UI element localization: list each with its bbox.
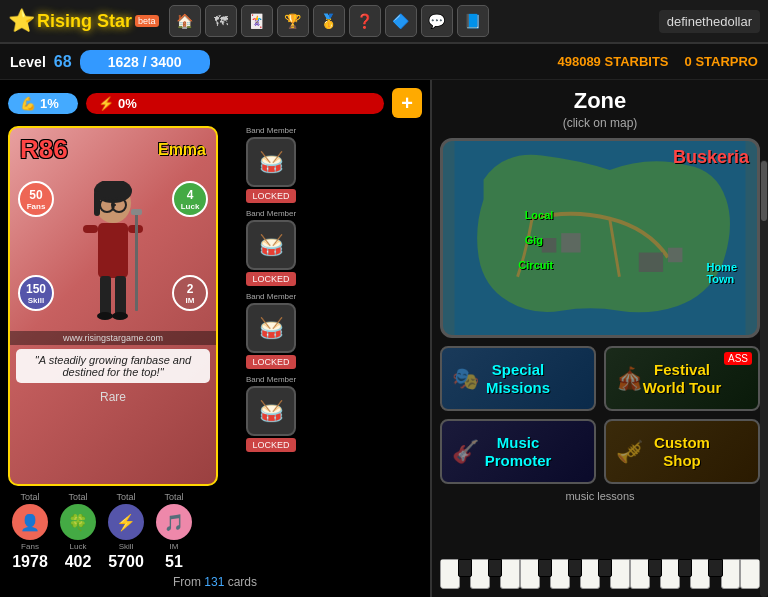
festival-world-tour-button[interactable]: 🎪 FestivalWorld Tour ASS	[604, 346, 760, 411]
starbits-value: 498089 STARBITS	[557, 54, 668, 69]
festival-world-tour-label: FestivalWorld Tour	[643, 361, 722, 397]
luck-sublabel: Luck	[70, 542, 87, 551]
band-slot-label-2: Band Member	[246, 209, 296, 218]
piano-key-black-4[interactable]	[568, 559, 582, 577]
svg-rect-2	[94, 191, 100, 216]
luck-icon: 🍀	[60, 504, 96, 540]
card-name: Emma	[158, 141, 206, 159]
piano-key-white-3[interactable]	[500, 559, 520, 589]
im-stat: 2 IM	[172, 275, 208, 311]
im-icon: 🎵	[156, 504, 192, 540]
piano-key-white-7[interactable]	[610, 559, 630, 589]
piano-key-black-1[interactable]	[458, 559, 472, 577]
plus-button[interactable]: +	[392, 88, 422, 118]
scrollbar-thumb[interactable]	[761, 161, 767, 221]
band-slot-btn-2[interactable]: 🥁	[246, 220, 296, 270]
facebook-icon[interactable]: 📘	[457, 5, 489, 37]
piano-key-white-12[interactable]	[740, 559, 760, 589]
piano-key-white-11[interactable]	[721, 559, 741, 589]
total-im-label: Total	[164, 492, 183, 502]
special-missions-button[interactable]: 🎭 SpecialMissions	[440, 346, 596, 411]
total-skill: Total ⚡ Skill 5700	[108, 492, 144, 571]
band-slot-label-4: Band Member	[246, 375, 296, 384]
map-container[interactable]: Buskeria Local Gig Circuit HomeTown	[440, 138, 760, 338]
svg-rect-3	[98, 223, 128, 278]
xp-display: 1628 / 3400	[108, 54, 182, 70]
total-im-value: 51	[165, 553, 183, 571]
piano-key-black-2[interactable]	[488, 559, 502, 577]
band-slot-locked-3: LOCKED	[246, 355, 295, 369]
special-missions-label: SpecialMissions	[486, 361, 550, 397]
band-slot-btn-4[interactable]: 🥁	[246, 386, 296, 436]
energy-icon: ⚡	[98, 96, 114, 111]
discord-icon[interactable]: 💬	[421, 5, 453, 37]
card-id: R86	[20, 134, 68, 165]
home-icon[interactable]: 🏠	[169, 5, 201, 37]
left-panel: 💪 1% ⚡ 0% + R86 Emma 50 Fans	[0, 80, 430, 597]
right-panel: Zone (click on map) Buskeria Local	[430, 80, 768, 597]
card-header: R86 Emma	[10, 128, 216, 171]
character-svg	[73, 181, 153, 321]
band-slot-btn-1[interactable]: 🥁	[246, 137, 296, 187]
svg-rect-19	[668, 248, 683, 263]
cards-icon[interactable]: 🃏	[241, 5, 273, 37]
band-slots: Band Member 🥁 LOCKED Band Member 🥁 LOCKE…	[226, 126, 316, 486]
music-icon: 🎸	[452, 439, 479, 465]
special-icon: 🎭	[452, 366, 479, 392]
music-promoter-button[interactable]: 🎸 MusicPromoter	[440, 419, 596, 484]
svg-rect-18	[639, 253, 663, 272]
piano-key-black-3[interactable]	[538, 559, 552, 577]
card-area: R86 Emma 50 Fans 4 Luck	[8, 126, 422, 486]
card-quote: "A steadily growing fanbase and destined…	[16, 349, 210, 383]
band-slot-btn-3[interactable]: 🥁	[246, 303, 296, 353]
map-icon[interactable]: 🗺	[205, 5, 237, 37]
total-fans-value: 1978	[12, 553, 48, 571]
energy-value: 0%	[118, 96, 137, 111]
piano-key-white-1[interactable]	[440, 559, 460, 589]
band-slot-label-1: Band Member	[246, 126, 296, 135]
piano-key-black-6[interactable]	[648, 559, 662, 577]
svg-point-7	[112, 312, 128, 320]
map-hometown-label[interactable]: HomeTown	[706, 261, 737, 285]
help-icon[interactable]: ❓	[349, 5, 381, 37]
medal-icon[interactable]: 🥇	[313, 5, 345, 37]
piano-key-white-8[interactable]	[630, 559, 650, 589]
piano-key-black-5[interactable]	[598, 559, 612, 577]
map-svg	[443, 141, 757, 335]
map-circuit-label[interactable]: Circuit	[518, 259, 553, 271]
trophy-icon[interactable]: 🏆	[277, 5, 309, 37]
app-title: Rising Star	[37, 11, 132, 32]
piano-key-white-5[interactable]	[550, 559, 570, 589]
fans-icon: 👤	[12, 504, 48, 540]
map-local-label[interactable]: Local	[525, 209, 554, 221]
username-display: definethedollar	[659, 10, 760, 33]
custom-shop-button[interactable]: 🎺 CustomShop	[604, 419, 760, 484]
svg-rect-4	[100, 276, 111, 316]
total-fans: Total 👤 Fans 1978	[12, 492, 48, 571]
piano-keys[interactable]	[440, 559, 760, 589]
skill-icon: ⚡	[108, 504, 144, 540]
ego-value: 1%	[40, 96, 59, 111]
hive-icon[interactable]: 🔷	[385, 5, 417, 37]
scrollbar[interactable]	[760, 160, 768, 597]
svg-rect-17	[561, 233, 580, 252]
svg-rect-8	[83, 225, 98, 233]
level-number: 68	[54, 53, 72, 71]
zone-title: Zone	[440, 88, 760, 114]
band-slot-1: Band Member 🥁 LOCKED	[226, 126, 316, 203]
custom-shop-label: CustomShop	[654, 434, 710, 470]
energy-bar: ⚡ 0%	[86, 93, 384, 114]
xp-bar: 1628 / 3400	[80, 50, 210, 74]
main-content: 💪 1% ⚡ 0% + R86 Emma 50 Fans	[0, 80, 768, 597]
piano-key-white-4[interactable]	[520, 559, 540, 589]
piano-label: music lessons	[440, 490, 760, 502]
piano-key-white-2[interactable]	[470, 559, 490, 589]
map-gig-label[interactable]: Gig	[525, 234, 543, 246]
skill-stat: 150 Skill	[18, 275, 54, 311]
piano-key-black-8[interactable]	[708, 559, 722, 577]
svg-rect-16	[542, 238, 557, 253]
band-slot-2: Band Member 🥁 LOCKED	[226, 209, 316, 286]
zone-subtitle: (click on map)	[440, 116, 760, 130]
piano-key-black-7[interactable]	[678, 559, 692, 577]
total-skill-value: 5700	[108, 553, 144, 571]
